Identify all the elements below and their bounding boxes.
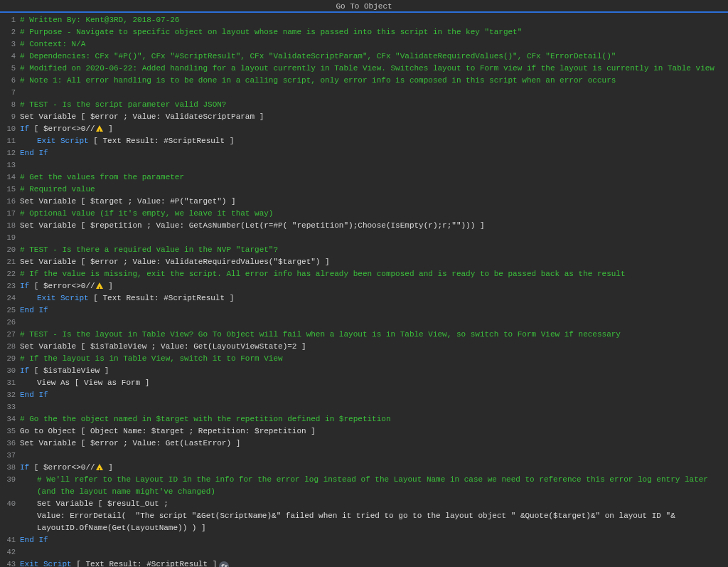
- line-number: 27: [0, 329, 20, 341]
- line-number: 22: [0, 268, 20, 280]
- fx-icon[interactable]: fx: [219, 561, 229, 568]
- code-content: End If: [20, 304, 728, 317]
- script-line[interactable]: 29# If the layout is in Table View, swit…: [0, 353, 728, 365]
- script-line[interactable]: 33: [0, 401, 728, 413]
- script-line[interactable]: 2# Purpose - Navigate to specific object…: [0, 26, 728, 38]
- script-line[interactable]: 18Set Variable [ $repetition ; Value: Ge…: [0, 220, 728, 232]
- script-line[interactable]: 26: [0, 317, 728, 329]
- line-number: 6: [0, 75, 20, 87]
- script-line[interactable]: 32End If: [0, 389, 728, 401]
- script-line[interactable]: 10If [ $error<>0// ]: [0, 123, 728, 135]
- line-number: 34: [0, 413, 20, 425]
- code-content: [20, 450, 728, 462]
- script-line[interactable]: 43Exit Script [ Text Result: #ScriptResu…: [0, 558, 728, 567]
- code-content: Set Variable [ $result_Out ;Value: Error…: [20, 498, 728, 534]
- script-line[interactable]: 28Set Variable [ $isTableView ; Value: G…: [0, 341, 728, 353]
- line-number: 15: [0, 184, 20, 196]
- script-line[interactable]: 3# Context: N/A: [0, 38, 728, 51]
- code-content: Set Variable [ $error ; Value: Get(LastE…: [20, 438, 728, 450]
- line-number: 28: [0, 341, 20, 353]
- warning-icon: [96, 125, 103, 132]
- script-line[interactable]: 38If [ $error<>0// ]: [0, 462, 728, 474]
- line-number: 42: [0, 546, 20, 558]
- line-number: 13: [0, 159, 20, 171]
- script-line[interactable]: 19: [0, 232, 728, 244]
- script-editor[interactable]: 1# Written By: Kent@3RD, 2018-07-262# Pu…: [0, 13, 728, 567]
- line-number: 12: [0, 147, 20, 159]
- code-content: # Get the values from the parameter: [20, 171, 728, 184]
- script-line[interactable]: 4# Dependencies: CFx "#P()", CFx "#Scrip…: [0, 51, 728, 63]
- line-number: 23: [0, 280, 20, 292]
- script-line[interactable]: 24Exit Script [ Text Result: #ScriptResu…: [0, 292, 728, 304]
- line-number: 7: [0, 87, 20, 99]
- script-line[interactable]: 20# TEST - Is there a required value in …: [0, 244, 728, 256]
- code-content: End If: [20, 534, 728, 546]
- script-line[interactable]: 15# Required value: [0, 184, 728, 196]
- code-content: Go to Object [ Object Name: $target ; Re…: [20, 425, 728, 438]
- script-line[interactable]: 16Set Variable [ $target ; Value: #P("ta…: [0, 196, 728, 208]
- code-content: Set Variable [ $target ; Value: #P("targ…: [20, 196, 728, 208]
- line-number: 4: [0, 51, 20, 63]
- code-content: # We'll refer to the Layout ID in the in…: [20, 474, 728, 498]
- script-line[interactable]: 40Set Variable [ $result_Out ;Value: Err…: [0, 498, 728, 534]
- code-content: # Context: N/A: [20, 38, 728, 51]
- script-line[interactable]: 13: [0, 159, 728, 171]
- script-line[interactable]: 36Set Variable [ $error ; Value: Get(Las…: [0, 438, 728, 450]
- line-number: 38: [0, 462, 20, 474]
- line-number: 17: [0, 208, 20, 220]
- code-content: # TEST - Is there a required value in th…: [20, 244, 728, 256]
- script-line[interactable]: 6# Note 1: All error handling is to be d…: [0, 75, 728, 87]
- script-line[interactable]: 11Exit Script [ Text Result: #ScriptResu…: [0, 135, 728, 147]
- code-content: Set Variable [ $repetition ; Value: GetA…: [20, 220, 728, 232]
- code-content: # Written By: Kent@3RD, 2018-07-26: [20, 14, 728, 26]
- code-content: If [ $error<>0// ]: [20, 280, 728, 292]
- title-bar: Go To Object: [0, 0, 728, 13]
- script-line[interactable]: 17# Optional value (if it's empty, we le…: [0, 208, 728, 220]
- line-number: 29: [0, 353, 20, 365]
- code-content: View As [ View as Form ]: [20, 377, 728, 389]
- code-content: If [ $isTableView ]: [20, 365, 728, 377]
- line-number: 3: [0, 38, 20, 51]
- code-content: # If the layout is in Table View, switch…: [20, 353, 728, 365]
- script-line[interactable]: 25End If: [0, 304, 728, 317]
- script-line[interactable]: 12End If: [0, 147, 728, 159]
- line-number: 16: [0, 196, 20, 208]
- line-number: 20: [0, 244, 20, 256]
- code-content: Exit Script [ Text Result: #ScriptResult…: [20, 558, 728, 567]
- script-line[interactable]: 22# If the value is missing, exit the sc…: [0, 268, 728, 280]
- script-line[interactable]: 39# We'll refer to the Layout ID in the …: [0, 474, 728, 498]
- script-line[interactable]: 34# Go the the object named in $target w…: [0, 413, 728, 425]
- code-content: [20, 87, 728, 99]
- script-line[interactable]: 23If [ $error<>0// ]: [0, 280, 728, 292]
- line-number: 31: [0, 377, 20, 389]
- script-line[interactable]: 9Set Variable [ $error ; Value: Validate…: [0, 111, 728, 123]
- code-content: [20, 401, 728, 413]
- code-content: Set Variable [ $error ; Value: ValidateS…: [20, 111, 728, 123]
- line-number: 39: [0, 474, 20, 486]
- script-line[interactable]: 37: [0, 450, 728, 462]
- line-number: 18: [0, 220, 20, 232]
- code-content: [20, 232, 728, 244]
- code-content: Exit Script [ Text Result: #ScriptResult…: [20, 135, 728, 147]
- script-line[interactable]: 7: [0, 87, 728, 99]
- script-line[interactable]: 14# Get the values from the parameter: [0, 171, 728, 184]
- script-line[interactable]: 1# Written By: Kent@3RD, 2018-07-26: [0, 14, 728, 26]
- script-line[interactable]: 35Go to Object [ Object Name: $target ; …: [0, 425, 728, 438]
- script-line[interactable]: 31View As [ View as Form ]: [0, 377, 728, 389]
- code-content: # Purpose - Navigate to specific object …: [20, 26, 728, 38]
- code-content: Exit Script [ Text Result: #ScriptResult…: [20, 292, 728, 304]
- code-content: # Dependencies: CFx "#P()", CFx "#Script…: [20, 51, 728, 63]
- code-content: If [ $error<>0// ]: [20, 462, 728, 474]
- line-number: 11: [0, 135, 20, 147]
- code-content: # Optional value (if it's empty, we leav…: [20, 208, 728, 220]
- script-line[interactable]: 30If [ $isTableView ]: [0, 365, 728, 377]
- line-number: 41: [0, 534, 20, 546]
- line-number: 8: [0, 99, 20, 111]
- script-line[interactable]: 8# TEST - Is the script parameter valid …: [0, 99, 728, 111]
- script-line[interactable]: 41End If: [0, 534, 728, 546]
- line-number: 21: [0, 256, 20, 268]
- script-line[interactable]: 42: [0, 546, 728, 558]
- script-line[interactable]: 5# Modified on 2020-06-22: Added handlin…: [0, 63, 728, 75]
- script-line[interactable]: 27# TEST - Is the layout in Table View? …: [0, 329, 728, 341]
- script-line[interactable]: 21Set Variable [ $error ; Value: Validat…: [0, 256, 728, 268]
